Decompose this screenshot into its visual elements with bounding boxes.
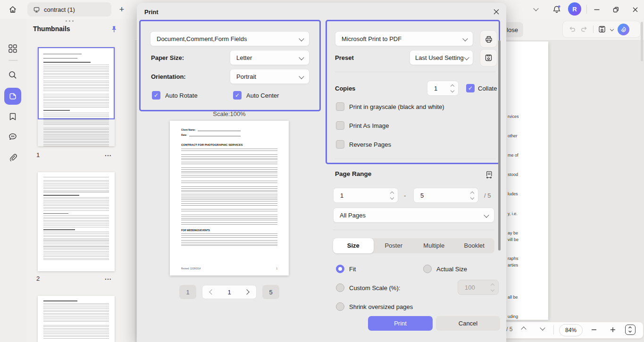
printer-properties-button[interactable] <box>480 30 497 48</box>
pin-panel-button[interactable] <box>109 24 119 34</box>
auto-center-checkbox[interactable]: Auto Center <box>233 91 279 100</box>
zoom-out-button[interactable] <box>591 325 597 334</box>
paper-size-value: Letter <box>230 54 300 61</box>
thumbnail-1-menu[interactable]: ... <box>105 150 112 158</box>
doc-text-fragment: stood <box>508 172 518 177</box>
preset-select[interactable]: Last Used Setting <box>410 50 473 65</box>
tab-multiple[interactable]: Multiple <box>414 238 454 253</box>
tab-poster[interactable]: Poster <box>374 238 414 253</box>
chevron-right-icon[interactable] <box>244 289 249 294</box>
thumbnails-panel-button[interactable] <box>4 88 21 105</box>
radio-unselected-icon[interactable] <box>336 284 344 292</box>
auto-rotate-checkbox[interactable]: Auto Rotate <box>152 91 198 100</box>
grayscale-checkbox[interactable]: Print in grayscale (black and white) <box>336 102 444 111</box>
spinner-carets[interactable] <box>391 192 393 199</box>
actual-size-radio[interactable]: Actual Size <box>423 265 467 273</box>
zoom-in-button[interactable] <box>610 325 616 334</box>
print-as-image-checkbox[interactable]: Print As Image <box>336 121 389 130</box>
thumbnail-page-3[interactable] <box>38 296 115 342</box>
previous-page-button[interactable] <box>522 327 526 331</box>
redo-icon[interactable] <box>580 25 589 33</box>
titlebar-chevron-button[interactable] <box>534 7 538 10</box>
next-page-button[interactable] <box>541 326 544 330</box>
copies-label: Copies <box>335 81 355 96</box>
comments-button[interactable] <box>8 132 18 142</box>
dialog-scrollbar[interactable] <box>498 40 501 250</box>
radio-unselected-icon[interactable] <box>423 265 432 273</box>
pager-current-page: 1 <box>227 289 231 296</box>
checkbox-unchecked-icon[interactable] <box>336 102 344 111</box>
orientation-select[interactable]: Portrait <box>230 69 309 84</box>
rail-divider <box>8 60 18 61</box>
checkbox-checked-icon[interactable] <box>152 91 160 100</box>
attachments-button[interactable] <box>8 152 18 163</box>
save-icon[interactable] <box>598 25 606 33</box>
apps-grid-button[interactable] <box>8 43 18 54</box>
reverse-pages-checkbox[interactable]: Reverse Pages <box>336 140 391 149</box>
avatar[interactable]: R <box>568 2 581 16</box>
spinner-carets[interactable] <box>471 192 474 199</box>
range-from-spinner[interactable]: 1 <box>333 188 398 203</box>
chevron-down-icon <box>299 36 304 41</box>
paperclip-icon <box>8 152 18 163</box>
canvas-scrollbar[interactable] <box>641 22 643 61</box>
section-divider <box>335 72 495 72</box>
collate-checkbox[interactable]: Collate <box>466 84 497 92</box>
print-button[interactable]: Print <box>368 316 433 331</box>
chevron-left-icon[interactable] <box>209 289 214 294</box>
checkbox-checked-icon[interactable] <box>466 84 475 92</box>
restore-button[interactable] <box>610 4 621 15</box>
add-tab-button[interactable] <box>116 4 127 15</box>
thumbnail-page-2[interactable] <box>38 172 115 271</box>
undo-icon[interactable] <box>568 25 576 33</box>
custom-scale-spinner: 100 <box>458 280 499 295</box>
panel-drag-handle[interactable] <box>66 20 74 22</box>
custom-scale-radio[interactable]: Custom Scale (%): <box>336 284 400 292</box>
fit-page-icon <box>626 325 635 334</box>
ai-swirl-icon <box>620 26 627 33</box>
dialog-close-button[interactable] <box>491 6 502 17</box>
home-button[interactable] <box>8 4 18 15</box>
page-range-options-button[interactable] <box>483 169 494 180</box>
spinner-carets[interactable] <box>451 85 454 92</box>
checkbox-checked-icon[interactable] <box>233 91 242 100</box>
radio-selected-icon[interactable] <box>336 265 344 273</box>
tab-size[interactable]: Size <box>333 238 374 253</box>
save-options-chevron-icon[interactable] <box>610 27 614 31</box>
printer-select[interactable]: Microsoft Print to PDF <box>335 31 473 46</box>
save-preset-button[interactable] <box>480 49 497 67</box>
search-button[interactable] <box>8 70 18 80</box>
ai-assistant-button[interactable] <box>618 24 629 35</box>
cancel-button[interactable]: Cancel <box>436 316 500 331</box>
chevron-down-icon <box>299 74 304 79</box>
zoom-level-field[interactable]: 84% <box>559 324 583 336</box>
close-window-button[interactable] <box>629 4 641 15</box>
plus-icon <box>610 325 616 334</box>
paper-size-select[interactable]: Letter <box>230 50 309 65</box>
copies-spinner[interactable]: 1 <box>427 81 459 96</box>
pager-current-control: 1 <box>202 285 257 299</box>
range-from-value: 1 <box>334 192 391 199</box>
tab-contract[interactable]: contract (1) <box>27 2 111 17</box>
all-pages-select[interactable]: All Pages <box>333 208 494 223</box>
pager-first-page-button[interactable]: 1 <box>179 285 196 299</box>
grayscale-label: Print in grayscale (black and white) <box>349 103 444 110</box>
range-to-spinner[interactable]: 5 <box>413 188 478 203</box>
checkbox-unchecked-icon[interactable] <box>336 121 344 130</box>
scale-text: Scale:100% <box>182 110 276 117</box>
radio-unselected-icon[interactable] <box>336 302 344 311</box>
fit-radio[interactable]: Fit <box>336 265 356 273</box>
checkbox-unchecked-icon[interactable] <box>336 140 344 149</box>
thumbnail-page-1[interactable] <box>38 47 115 146</box>
thumbnail-2-menu[interactable]: ... <box>105 274 112 281</box>
notifications-button[interactable] <box>551 4 562 15</box>
pager-last-page-button[interactable]: 5 <box>262 285 279 299</box>
minimize-button[interactable] <box>591 4 602 15</box>
page1-offscreen-shade <box>38 119 115 146</box>
bookmarks-button[interactable] <box>8 111 18 122</box>
tab-booklet[interactable]: Booklet <box>454 238 495 253</box>
shrink-oversized-radio[interactable]: Shrink oversized pages <box>336 302 413 311</box>
fit-page-button[interactable] <box>625 325 636 335</box>
print-content-select[interactable]: Document,Comment,Form Fields <box>150 31 309 46</box>
chevron-down-icon <box>533 6 538 11</box>
